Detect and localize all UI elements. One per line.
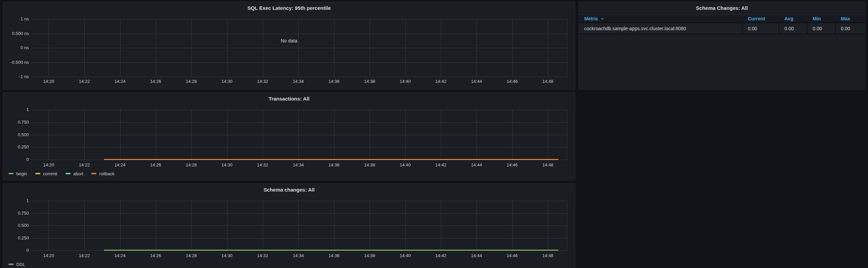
vertical-gridline [405,110,406,160]
vertical-gridline [49,110,49,160]
x-axis-tick-label: 14:26 [144,253,168,259]
vertical-gridline [441,19,441,77]
x-axis-tick-label: 14:44 [465,253,488,259]
x-axis-tick-label: 14:26 [144,78,168,85]
vertical-gridline [120,19,121,77]
legend-label: DDL [16,262,25,267]
series-line-rollback [104,159,558,160]
y-axis-tick-label: 1 [3,107,29,113]
vertical-gridline [512,110,513,160]
x-axis-tick-label: 14:46 [500,253,524,259]
x-axis-tick-label: 14:28 [180,253,203,259]
vertical-gridline [405,201,406,250]
table-header: Metric Current Avg Min Max [579,15,865,23]
x-axis-tick-label: 14:20 [37,78,60,85]
plot-right-edge-gridline [567,19,567,77]
table-row: cockroachdb.sample-apps.svc.cluster.loca… [579,23,865,34]
column-header-avg[interactable]: Avg [778,16,807,21]
x-axis-tick-label: 14:48 [536,162,560,168]
y-axis-tick-label: 1 [3,198,29,204]
panel-title-schema-changes-chart[interactable]: Schema changes: All [3,187,575,193]
x-axis-tick-label: 14:38 [358,253,382,259]
vertical-gridline [263,19,263,77]
vertical-gridline [334,201,334,250]
legend-item-commit[interactable]: commit [35,171,57,176]
vertical-gridline [263,201,263,250]
x-axis-tick-label: 14:20 [37,162,60,168]
max-value-cell: 0.00 [835,23,865,34]
legend-label: abort [73,171,84,176]
vertical-gridline [156,201,156,250]
x-axis-tick-label: 14:22 [72,78,96,85]
legend-item-begin[interactable]: begin [8,171,27,176]
chart-legend: DDL [8,261,25,268]
legend-item-DDL[interactable]: DDL [8,262,25,267]
plot-right-edge-gridline [567,201,567,250]
panel-schema-changes-table: Schema Changes: All Metric Current Avg M… [578,2,865,90]
vertical-gridline [298,201,299,250]
grafana-dashboard: SQL Exec Latency: 95th percentile 1 ns0.… [0,0,868,268]
x-axis-tick-label: 14:44 [465,78,488,85]
legend-item-abort[interactable]: abort [66,171,84,176]
vertical-gridline [548,110,548,160]
horizontal-gridline [32,213,567,214]
x-axis-tick-label: 14:26 [144,162,168,168]
x-axis-tick-label: 14:22 [72,162,96,168]
column-header-metric[interactable]: Metric [579,16,742,21]
horizontal-gridline [32,34,567,34]
vertical-gridline [548,201,548,250]
x-axis-tick-label: 14:40 [393,78,417,85]
vertical-gridline [548,19,548,77]
x-axis-tick-label: 14:34 [287,162,310,168]
x-axis-tick-label: 14:30 [215,253,239,259]
x-axis-tick-label: 14:38 [358,162,382,168]
vertical-gridline [49,19,49,77]
panel-title-sql-exec-latency[interactable]: SQL Exec Latency: 95th percentile [3,5,575,11]
y-axis-tick-label: 0.250 [3,235,29,241]
column-header-current[interactable]: Current [742,16,778,21]
vertical-gridline [334,19,334,77]
x-axis-tick-label: 14:28 [180,78,203,85]
vertical-gridline [49,201,49,250]
vertical-gridline [370,201,370,250]
vertical-gridline [512,19,513,77]
horizontal-gridline [32,110,567,110]
vertical-gridline [156,110,156,160]
vertical-gridline [477,19,477,77]
horizontal-gridline [32,48,567,48]
vertical-gridline [191,201,192,250]
vertical-gridline [156,19,156,77]
horizontal-gridline [32,19,567,19]
panel-schema-changes-chart: Schema changes: All 10.7500.5000.250014:… [3,183,575,268]
column-header-max[interactable]: Max [835,16,865,21]
legend-swatch-icon [91,173,96,174]
vertical-gridline [298,110,299,160]
legend-swatch-icon [8,264,14,265]
min-value-cell: 0.00 [807,23,835,34]
column-header-min[interactable]: Min [807,16,835,21]
horizontal-gridline [32,238,567,238]
x-axis-tick-label: 14:46 [500,78,524,85]
x-axis-tick-label: 14:22 [72,253,96,259]
column-header-metric-label: Metric [584,16,598,21]
x-axis-tick-label: 14:20 [37,253,60,259]
panel-title-schema-changes-table[interactable]: Schema Changes: All [579,5,865,11]
panel-title-transactions[interactable]: Transactions: All [3,96,575,102]
current-value-cell: 0.00 [742,23,778,34]
x-axis-tick-label: 14:34 [287,253,310,259]
vertical-gridline [298,19,299,77]
horizontal-gridline [32,62,567,63]
y-axis-tick-label: 0.500 [3,132,29,138]
y-axis-tick-label: 0.750 [3,210,29,216]
avg-value-cell: 0.00 [778,23,807,34]
y-axis-tick-label: 0.500 ns [3,31,29,37]
x-axis-tick-label: 14:42 [429,162,453,168]
horizontal-gridline [32,135,567,135]
y-axis-tick-label: 1 ns [3,16,29,22]
legend-item-rollback[interactable]: rollback [91,171,114,176]
x-axis-tick-label: 14:48 [536,78,560,85]
x-axis-tick-label: 14:44 [465,162,488,168]
sort-caret-down-icon [601,17,604,21]
x-axis-tick-label: 14:28 [180,162,203,168]
y-axis-tick-label: -0.500 ns [3,59,29,66]
